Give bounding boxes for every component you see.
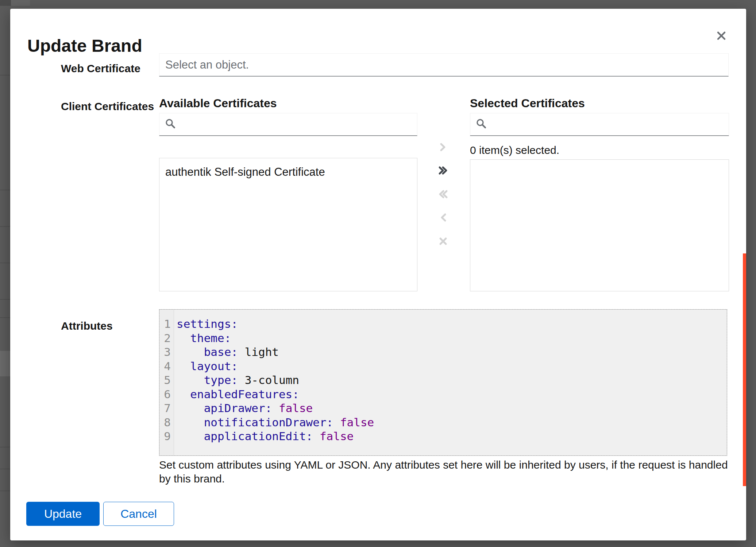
angle-right-icon: [437, 141, 449, 153]
code-line: 7 apiDrawer: false: [159, 401, 727, 415]
line-number: 4: [159, 359, 174, 373]
certificate-list-item[interactable]: authentik Self-signed Certificate: [159, 158, 417, 186]
close-button[interactable]: [712, 27, 731, 46]
move-selected-left-button[interactable]: [434, 209, 452, 226]
move-all-left-button[interactable]: [434, 185, 452, 203]
move-selected-right-button[interactable]: [434, 138, 452, 156]
backdrop-seam: [0, 469, 10, 469]
attributes-label: Attributes: [61, 319, 113, 333]
selected-certificates-list[interactable]: [470, 159, 729, 291]
client-certificates-label: Client Certificates: [61, 100, 154, 113]
move-all-right-button[interactable]: [434, 162, 452, 179]
cancel-button[interactable]: Cancel: [103, 502, 174, 526]
backdrop-seam: [0, 447, 10, 447]
line-number: 7: [159, 401, 174, 415]
available-certificates-heading: Available Certificates: [159, 96, 277, 110]
line-number: 1: [159, 317, 174, 331]
backdrop-seam: [0, 317, 10, 318]
backdrop-seam: [0, 226, 10, 227]
line-number: 5: [159, 373, 174, 387]
selected-search-box: [470, 113, 729, 136]
selected-search-input[interactable]: [491, 117, 724, 131]
backdrop-seam: [0, 190, 10, 190]
backdrop-seam: [0, 299, 10, 300]
times-icon: [437, 236, 449, 247]
web-certificate-select[interactable]: [159, 53, 729, 77]
attributes-help-text: Set custom attributes using YAML or JSON…: [159, 458, 728, 486]
selected-certificates-heading: Selected Certificates: [470, 96, 585, 110]
code-line: 5 type: 3-column: [159, 373, 727, 387]
line-number: 3: [159, 345, 174, 359]
selected-count-status: 0 item(s) selected.: [470, 144, 559, 157]
code-lines: 1settings:2 theme:3 base: light4 layout:…: [159, 317, 727, 443]
code-line: 6 enabledFeatures:: [159, 387, 727, 401]
backdrop-top-left-block: [0, 0, 30, 6]
code-line: 4 layout:: [159, 359, 727, 373]
backdrop-seam: [0, 75, 10, 75]
available-search-input[interactable]: [180, 117, 412, 131]
search-icon: [165, 118, 176, 131]
backdrop-corner-block: [0, 0, 11, 6]
line-number: 6: [159, 387, 174, 401]
code-line: 9 applicationEdit: false: [159, 429, 727, 443]
search-icon: [475, 118, 487, 131]
line-number: 2: [159, 331, 174, 345]
clear-selected-button[interactable]: [434, 232, 452, 250]
available-certificates-list[interactable]: authentik Self-signed Certificate: [159, 158, 417, 291]
backdrop-sidebar-row-highlight: [0, 351, 10, 376]
available-search-box: [159, 113, 417, 136]
code-line: 1settings:: [159, 317, 727, 331]
update-button[interactable]: Update: [26, 502, 100, 526]
code-line: 2 theme:: [159, 331, 727, 345]
red-highlight-bar: [743, 253, 746, 486]
code-line: 3 base: light: [159, 345, 727, 359]
line-number: 9: [159, 429, 174, 443]
angle-double-left-icon: [437, 189, 449, 200]
close-icon: [715, 30, 728, 43]
web-certificate-label: Web Certificate: [61, 62, 140, 75]
backdrop-seam: [0, 490, 10, 491]
angle-double-right-icon: [437, 165, 449, 176]
attributes-code-editor[interactable]: 1settings:2 theme:3 base: light4 layout:…: [159, 309, 727, 456]
code-line: 8 notificationDrawer: false: [159, 415, 727, 430]
angle-left-icon: [437, 212, 449, 223]
backdrop-seam: [0, 263, 10, 263]
line-number: 8: [159, 415, 174, 430]
update-brand-modal: Update Brand Web Certificate Client Cert…: [10, 9, 746, 540]
modal-title: Update Brand: [27, 36, 142, 56]
